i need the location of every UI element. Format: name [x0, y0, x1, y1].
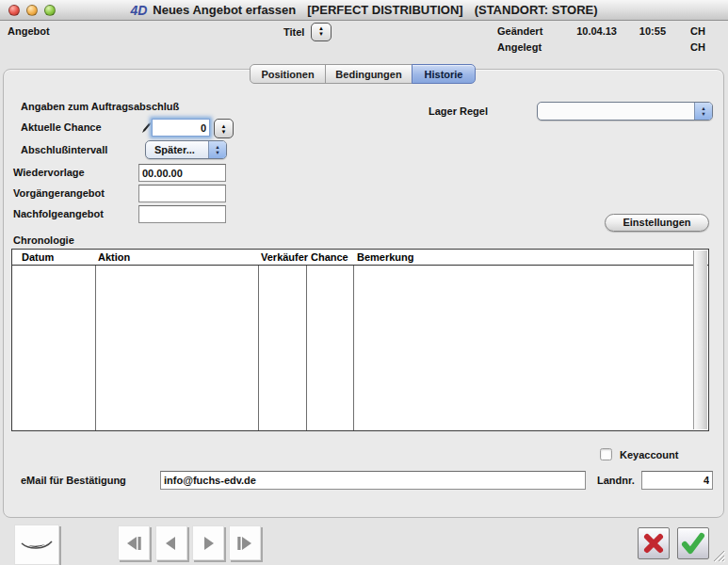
- created-label: Angelegt: [497, 41, 542, 53]
- aktuelle-chance-input[interactable]: [152, 119, 210, 137]
- edit-pencil-icon: [140, 121, 151, 134]
- entity-label: Angebot: [8, 25, 50, 37]
- window-title-location: (STANDORT: STORE): [475, 3, 598, 17]
- cancel-button[interactable]: [638, 527, 670, 559]
- x-icon: [642, 532, 665, 555]
- tab-positionen[interactable]: Positionen: [250, 64, 326, 84]
- 4d-logo-icon: 4D: [130, 3, 147, 18]
- arrow-down-icon: ▼: [318, 32, 324, 38]
- modified-date: 10.04.13: [565, 25, 617, 37]
- section-heading: Angaben zum Auftragsabschluß: [21, 101, 179, 112]
- column-header-verkaeufer[interactable]: Verkäufer: [261, 251, 308, 263]
- column-divider: [353, 266, 354, 430]
- arrow-down-icon: ▼: [221, 129, 227, 135]
- landnr-label: Landnr.: [597, 475, 635, 486]
- minimize-button[interactable]: [26, 5, 38, 16]
- nav-first-icon: [123, 535, 144, 552]
- lager-regel-popup[interactable]: ▲ ▼: [537, 102, 713, 121]
- aktuelle-chance-stepper[interactable]: ▲ ▼: [214, 119, 234, 138]
- arrow-down-icon: ▼: [701, 111, 705, 117]
- check-icon: [681, 531, 705, 556]
- utility-button[interactable]: [14, 525, 59, 565]
- nav-previous-button[interactable]: [155, 525, 187, 560]
- window-title-group: 4D Neues Angebot erfassen [PERFECT DISTR…: [130, 3, 597, 18]
- chronologie-table-header[interactable]: Datum Aktion Verkäufer Chance Bemerkung: [12, 250, 708, 266]
- table-scrollbar[interactable]: [693, 250, 707, 429]
- abschlussintervall-value: Später...: [146, 144, 208, 155]
- tab-bar: Positionen Bedingungen Historie: [250, 64, 476, 84]
- nav-previous-icon: [161, 535, 182, 552]
- tab-bedingungen[interactable]: Bedingungen: [325, 64, 413, 84]
- modified-time: 10:55: [631, 25, 666, 37]
- resize-grip[interactable]: [710, 547, 727, 564]
- titel-popup-button[interactable]: ▲ ▼: [311, 23, 332, 41]
- wiedervorlage-label: Wiedervorlage: [13, 167, 85, 178]
- nav-first-button[interactable]: [118, 525, 150, 560]
- lager-regel-label: Lager Regel: [429, 105, 488, 117]
- zoom-button[interactable]: [44, 5, 56, 16]
- window-title: Neues Angebot erfassen: [153, 3, 296, 17]
- nav-last-icon: [235, 535, 255, 552]
- keyaccount-checkbox[interactable]: [600, 448, 612, 460]
- landnr-input[interactable]: [641, 471, 713, 490]
- email-label: eMail für Bestätigung: [21, 475, 126, 486]
- arrow-down-icon: ▼: [215, 150, 219, 155]
- created-user: CH: [683, 41, 705, 53]
- column-divider: [306, 266, 307, 430]
- abschlussintervall-popup[interactable]: Später... ▲ ▼: [145, 140, 227, 159]
- column-header-bemerkung[interactable]: Bemerkung: [357, 251, 414, 263]
- column-header-aktion[interactable]: Aktion: [98, 251, 130, 263]
- column-header-datum[interactable]: Datum: [22, 251, 54, 263]
- modified-label: Geändert: [497, 25, 542, 37]
- vorgaengerangebot-input[interactable]: [138, 185, 226, 202]
- einstellungen-button[interactable]: Einstellungen: [605, 214, 709, 232]
- window-title-org: [PERFECT DISTRIBUTION]: [307, 3, 462, 17]
- nav-next-button[interactable]: [192, 525, 224, 560]
- email-input[interactable]: [160, 471, 586, 490]
- modified-user: CH: [683, 25, 705, 37]
- confirm-button[interactable]: [677, 527, 709, 559]
- tab-historie[interactable]: Historie: [412, 64, 476, 84]
- traffic-lights: [8, 5, 56, 16]
- titlebar[interactable]: 4D Neues Angebot erfassen [PERFECT DISTR…: [0, 0, 728, 21]
- wiedervorlage-input[interactable]: [138, 164, 226, 182]
- nachfolgeangebot-input[interactable]: [138, 205, 226, 223]
- curve-icon: [18, 536, 56, 555]
- abschlussintervall-label: Abschlußintervall: [21, 144, 107, 155]
- column-header-chance[interactable]: Chance: [311, 251, 348, 263]
- vorgaengerangebot-label: Vorgängerangebot: [13, 187, 105, 199]
- keyaccount-label: Keyaccount: [620, 449, 678, 460]
- close-button[interactable]: [8, 5, 20, 16]
- nachfolgeangebot-label: Nachfolgeangebot: [13, 208, 104, 219]
- window: 4D Neues Angebot erfassen [PERFECT DISTR…: [0, 0, 728, 565]
- nav-next-icon: [198, 535, 218, 552]
- chronologie-table[interactable]: Datum Aktion Verkäufer Chance Bemerkung: [11, 249, 709, 431]
- column-divider: [95, 266, 96, 430]
- aktuelle-chance-label: Aktuelle Chance: [21, 121, 102, 133]
- titel-label: Titel: [283, 26, 304, 38]
- chronologie-heading: Chronologie: [13, 234, 74, 246]
- column-divider: [258, 266, 259, 430]
- nav-last-button[interactable]: [229, 525, 261, 560]
